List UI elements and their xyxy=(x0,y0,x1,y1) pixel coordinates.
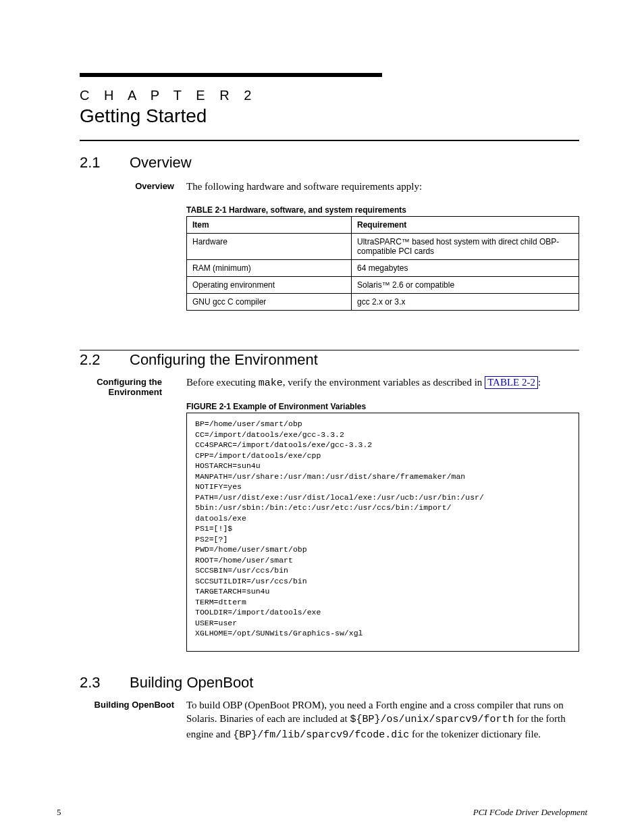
table-cell: RAM (minimum) xyxy=(187,260,352,277)
book-title: PCI FCode Driver Development xyxy=(473,807,587,818)
section-paragraph: Before executing make, verify the enviro… xyxy=(186,375,579,390)
section-margin-label: Configuring the Environment xyxy=(80,377,162,397)
inline-code: make xyxy=(259,377,283,389)
table-cell: gcc 2.x or 3.x xyxy=(352,294,579,311)
table-row: RAM (minimum)64 megabytes xyxy=(187,260,579,277)
section-paragraph: To build OBP (OpenBoot PROM), you need a… xyxy=(186,698,579,742)
margin-label-line: Configuring the xyxy=(97,377,162,387)
section-divider xyxy=(80,350,579,350)
table-cell: Solaris™ 2.6 or compatible xyxy=(352,277,579,294)
table-row: GNU gcc C compilergcc 2.x or 3.x xyxy=(187,294,579,311)
figure-caption: FIGURE 2-1 Example of Environment Variab… xyxy=(186,402,366,411)
section-title: Configuring the Environment xyxy=(130,351,318,369)
section-title: Building OpenBoot xyxy=(130,674,253,692)
section-number: 2.3 xyxy=(80,674,101,692)
chapter-title: Getting Started xyxy=(80,105,207,127)
table-cell: 64 megabytes xyxy=(352,260,579,277)
cross-reference-link[interactable]: TABLE 2-2 xyxy=(485,376,538,389)
chapter-kicker: C H A P T E R 2 xyxy=(80,88,257,103)
section-title: Overview xyxy=(130,154,192,172)
table-header: Requirement xyxy=(352,217,579,234)
inline-code: {BP}/fm/lib/sparcv9/fcode.dic xyxy=(233,729,409,741)
section-intro-text: The following hardware and software requ… xyxy=(186,180,579,193)
section-margin-label: Overview xyxy=(80,181,174,191)
section-rule xyxy=(80,140,579,141)
inline-code: ${BP}/os/unix/sparcv9/forth xyxy=(350,714,514,725)
requirements-table: Item Requirement HardwareUltraSPARC™ bas… xyxy=(186,216,579,311)
table-caption: TABLE 2-1 Hardware, software, and system… xyxy=(186,205,406,215)
section-number: 2.1 xyxy=(80,154,101,172)
table-cell: Operating environment xyxy=(187,277,352,294)
table-header: Item xyxy=(187,217,352,234)
table-cell: UltraSPARC™ based host system with direc… xyxy=(352,234,579,260)
table-row: HardwareUltraSPARC™ based host system wi… xyxy=(187,234,579,260)
code-listing: BP=/home/user/smart/obp CC=/import/datoo… xyxy=(186,413,579,652)
text-run: : xyxy=(538,377,541,388)
text-run: , verify the environment variables as de… xyxy=(283,377,485,388)
text-run: for the tokenizer dictionary file. xyxy=(409,729,541,739)
section-margin-label: Building OpenBoot xyxy=(80,700,174,710)
chapter-rule xyxy=(80,73,382,77)
text-run: Before executing xyxy=(186,377,259,388)
table-cell: GNU gcc C compiler xyxy=(187,294,352,311)
section-number: 2.2 xyxy=(80,351,101,369)
table-row: Operating environmentSolaris™ 2.6 or com… xyxy=(187,277,579,294)
table-cell: Hardware xyxy=(187,234,352,260)
margin-label-line: Environment xyxy=(109,387,162,397)
page-number: 5 xyxy=(57,807,61,818)
